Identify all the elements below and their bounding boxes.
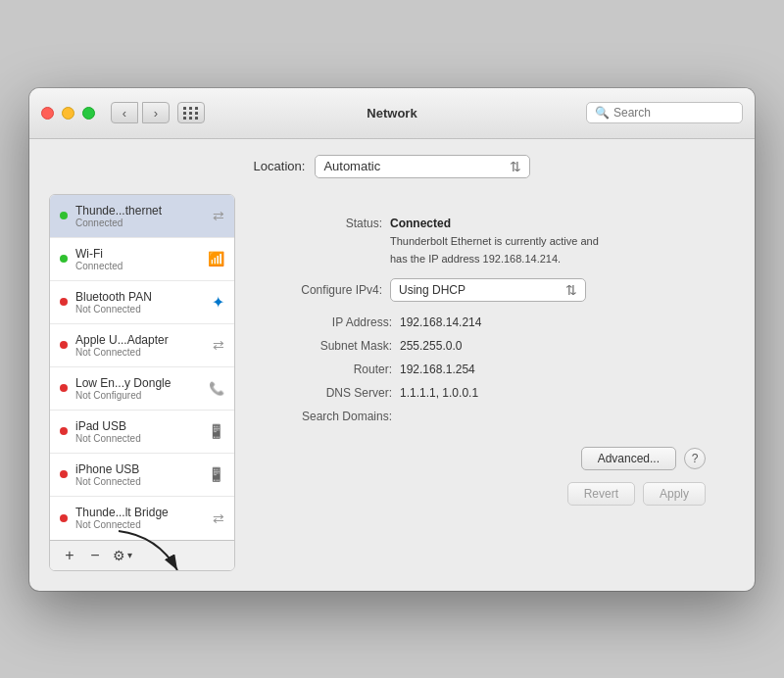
forward-button[interactable]: › [142,102,170,123]
back-button[interactable]: ‹ [111,102,138,123]
location-value: Automatic [323,159,380,173]
annotation-arrow [109,526,187,571]
status-label: Status: [265,217,382,230]
search-box[interactable]: 🔍 [586,102,743,123]
ip-value: 192.168.14.214 [400,315,481,329]
search-domains-label: Search Domains: [265,410,392,423]
grid-icon [183,107,199,120]
network-details: IP Address: 192.168.14.214 Subnet Mask: … [265,315,706,423]
arrows-icon: ⇄ [213,510,224,526]
titlebar: ‹ › Network 🔍 [29,88,755,139]
configure-label: Configure IPv4: [265,283,382,297]
action-row: Revert Apply [265,482,706,506]
status-row: Status: Connected Thunderbolt Ethernet i… [265,214,706,267]
help-button[interactable]: ? [684,448,706,469]
item-name-iphone-usb: iPhone USB [75,462,208,476]
dns-label: DNS Server: [265,386,392,400]
main-body: Thunde...thernetConnected⇄Wi-FiConnected… [49,194,735,571]
router-row: Router: 192.168.1.254 [265,363,706,376]
item-text-thunderbolt-ethernet: Thunde...thernetConnected [75,204,213,228]
window-title: Network [367,106,416,121]
arrows-icon: ⇄ [213,337,224,353]
status-value: Connected [390,217,451,230]
maximize-button[interactable] [82,107,95,120]
subnet-label: Subnet Mask: [265,339,392,353]
router-value: 192.168.1.254 [400,363,475,376]
arrows-icon: ⇄ [213,208,224,223]
item-text-apple-usb-adapter: Apple U...AdapterNot Connected [75,333,213,358]
detail-panel: Status: Connected Thunderbolt Ethernet i… [235,194,735,571]
location-label: Location: [254,159,306,173]
advanced-button[interactable]: Advanced... [581,447,676,470]
search-icon: 🔍 [595,106,610,120]
status-dot-wifi [60,255,68,263]
revert-button[interactable]: Revert [567,482,635,506]
item-status-low-energy-dongle: Not Configured [75,390,209,401]
phone-icon: 📞 [209,381,224,396]
minimize-button[interactable] [62,107,74,120]
sidebar-item-wifi[interactable]: Wi-FiConnected📶 [50,238,234,281]
item-text-wifi: Wi-FiConnected [75,247,208,271]
iphone-icon: 📱 [208,423,224,439]
item-name-low-energy-dongle: Low En...y Dongle [75,376,209,390]
item-text-bluetooth-pan: Bluetooth PANNot Connected [75,290,212,315]
sidebar-item-apple-usb-adapter[interactable]: Apple U...AdapterNot Connected⇄ [50,324,234,367]
item-name-bluetooth-pan: Bluetooth PAN [75,290,212,304]
configure-select[interactable]: Using DHCP ⇅ [390,278,586,302]
iphone-icon: 📱 [208,466,224,482]
ip-address-row: IP Address: 192.168.14.214 [265,315,706,329]
sidebar-item-ipad-usb[interactable]: iPad USBNot Connected📱 [50,411,234,454]
traffic-lights [41,107,95,120]
location-select[interactable]: Automatic ⇅ [315,155,530,178]
status-description: Thunderbolt Ethernet is currently active… [390,235,599,265]
content-area: Location: Automatic ⇅ Thunde...thernetCo… [29,139,755,591]
wifi-icon: 📶 [208,251,224,266]
configure-row: Configure IPv4: Using DHCP ⇅ [265,278,706,302]
sidebar: Thunde...thernetConnected⇄Wi-FiConnected… [49,194,235,571]
sidebar-item-iphone-usb[interactable]: iPhone USBNot Connected📱 [50,454,234,497]
grid-view-button[interactable] [177,102,205,123]
status-dot-ipad-usb [60,427,68,435]
item-status-thunderbolt-ethernet: Connected [75,218,213,228]
item-status-ipad-usb: Not Connected [75,433,208,444]
item-status-wifi: Connected [75,261,208,271]
subnet-mask-row: Subnet Mask: 255.255.0.0 [265,339,706,353]
item-status-iphone-usb: Not Connected [75,476,208,487]
bottom-buttons: Advanced... ? [265,447,706,470]
item-status-bluetooth-pan: Not Connected [75,304,212,315]
nav-buttons: ‹ › [111,102,170,123]
apply-button[interactable]: Apply [643,482,706,506]
sidebar-item-bluetooth-pan[interactable]: Bluetooth PANNot Connected✦ [50,281,234,324]
router-label: Router: [265,363,392,376]
item-status-apple-usb-adapter: Not Connected [75,347,213,358]
item-name-thunderbolt-ethernet: Thunde...thernet [75,204,213,218]
status-value-group: Connected Thunderbolt Ethernet is curren… [390,214,599,267]
item-text-ipad-usb: iPad USBNot Connected [75,419,208,444]
status-dot-apple-usb-adapter [60,341,68,349]
sidebar-items-container: Thunde...thernetConnected⇄Wi-FiConnected… [50,195,234,540]
dns-row: DNS Server: 1.1.1.1, 1.0.0.1 [265,386,706,400]
network-window: ‹ › Network 🔍 Location: Automatic ⇅ [29,88,755,591]
location-select-arrow: ⇅ [510,159,521,174]
search-domains-row: Search Domains: [265,410,706,423]
dns-value: 1.1.1.1, 1.0.0.1 [400,386,478,400]
search-input[interactable] [613,106,734,120]
location-bar: Location: Automatic ⇅ [49,155,735,178]
item-name-ipad-usb: iPad USB [75,419,208,433]
status-dot-thunderbolt-ethernet [60,212,68,219]
status-dot-thunderbolt-bridge [60,514,68,522]
remove-network-button[interactable]: − [83,545,107,566]
add-network-button[interactable]: + [58,545,81,566]
item-text-iphone-usb: iPhone USBNot Connected [75,462,208,487]
sidebar-item-thunderbolt-ethernet[interactable]: Thunde...thernetConnected⇄ [50,195,234,238]
status-dot-bluetooth-pan [60,298,68,306]
status-dot-iphone-usb [60,470,68,478]
item-name-thunderbolt-bridge: Thunde...lt Bridge [75,506,213,519]
status-dot-low-energy-dongle [60,384,68,392]
sidebar-item-low-energy-dongle[interactable]: Low En...y DongleNot Configured📞 [50,367,234,411]
configure-value: Using DHCP [399,283,466,297]
subnet-value: 255.255.0.0 [400,339,462,353]
close-button[interactable] [41,107,54,120]
ip-label: IP Address: [265,315,392,329]
item-name-wifi: Wi-Fi [75,247,208,261]
